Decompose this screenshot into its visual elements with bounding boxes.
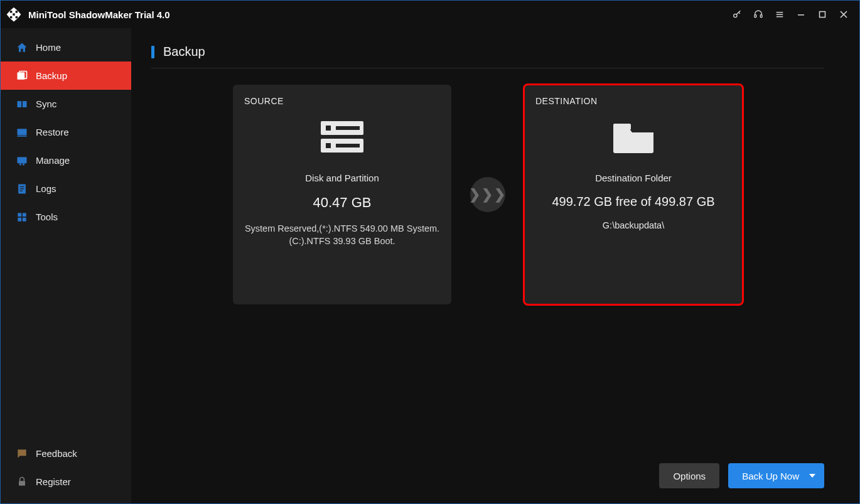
svg-rect-5 xyxy=(777,16,783,17)
source-card-title: SOURCE xyxy=(244,96,284,106)
sidebar-item-label: Backup xyxy=(36,70,67,81)
svg-rect-27 xyxy=(19,481,25,486)
svg-rect-4 xyxy=(777,14,783,14)
folder-icon xyxy=(608,117,658,158)
sidebar-item-register[interactable]: Register xyxy=(1,468,131,496)
content-area: Backup SOURCE Disk and Partition xyxy=(131,28,859,503)
svg-rect-1 xyxy=(755,15,756,18)
svg-rect-14 xyxy=(18,129,27,135)
svg-rect-6 xyxy=(798,14,804,16)
svg-point-18 xyxy=(23,163,24,165)
sidebar-item-label: Register xyxy=(36,476,71,487)
register-icon xyxy=(16,476,28,488)
svg-rect-32 xyxy=(336,126,360,130)
sidebar-item-manage[interactable]: Manage xyxy=(1,146,131,174)
svg-rect-26 xyxy=(23,217,26,221)
svg-rect-12 xyxy=(18,101,22,107)
source-label: Disk and Partition xyxy=(305,173,379,183)
sidebar-item-feedback[interactable]: Feedback xyxy=(1,439,131,468)
source-card[interactable]: SOURCE Disk and Partition 40.47 GB Syste… xyxy=(233,85,451,304)
key-icon[interactable] xyxy=(726,5,748,24)
footer: Options Back Up Now xyxy=(151,451,824,488)
sidebar-item-restore[interactable]: Restore xyxy=(1,118,131,146)
source-detail: System Reserved,(*:).NTFS 549.00 MB Syst… xyxy=(245,222,439,248)
sidebar-item-logs[interactable]: Logs xyxy=(1,174,131,203)
svg-rect-15 xyxy=(18,136,27,137)
options-button[interactable]: Options xyxy=(659,463,719,488)
svg-rect-33 xyxy=(336,144,360,147)
svg-rect-25 xyxy=(18,217,21,221)
sidebar-item-label: Home xyxy=(36,42,61,53)
destination-card[interactable]: DESTINATION Destination Folder 499.72 GB… xyxy=(524,85,743,304)
svg-rect-13 xyxy=(23,101,27,107)
svg-point-17 xyxy=(19,163,21,165)
source-size: 40.47 GB xyxy=(313,195,372,211)
svg-rect-24 xyxy=(23,213,26,217)
sidebar-item-label: Restore xyxy=(36,127,69,137)
sidebar-item-tools[interactable]: Tools xyxy=(1,203,131,231)
close-button[interactable] xyxy=(833,5,854,24)
heading-accent xyxy=(151,46,154,58)
title-bar: MiniTool ShadowMaker Trial 4.0 xyxy=(1,1,859,28)
menu-icon[interactable] xyxy=(769,5,790,24)
destination-label: Destination Folder xyxy=(595,173,672,183)
destination-path: G:\backupdata\ xyxy=(603,220,664,230)
sidebar-item-label: Manage xyxy=(36,155,70,166)
sidebar-item-sync[interactable]: Sync xyxy=(1,90,131,118)
maximize-button[interactable] xyxy=(812,5,833,24)
svg-rect-7 xyxy=(820,12,825,18)
destination-card-title: DESTINATION xyxy=(535,96,598,106)
svg-rect-22 xyxy=(20,190,23,191)
page-title: Backup xyxy=(163,45,205,59)
svg-rect-3 xyxy=(777,12,783,13)
sidebar-item-backup[interactable]: Backup xyxy=(1,62,131,90)
sync-icon xyxy=(16,98,28,110)
backup-now-button[interactable]: Back Up Now xyxy=(728,463,824,488)
svg-rect-31 xyxy=(326,143,331,148)
sidebar-item-label: Feedback xyxy=(36,448,77,459)
tools-icon xyxy=(16,211,28,223)
sidebar-item-label: Tools xyxy=(36,212,58,222)
app-title: MiniTool ShadowMaker Trial 4.0 xyxy=(28,9,170,20)
sidebar-item-home[interactable]: Home xyxy=(1,33,131,62)
svg-rect-16 xyxy=(18,157,27,163)
svg-rect-30 xyxy=(326,126,331,131)
restore-icon xyxy=(16,126,28,139)
svg-rect-21 xyxy=(20,188,24,189)
sidebar-item-label: Sync xyxy=(36,99,56,109)
manage-icon xyxy=(16,154,28,167)
disk-icon xyxy=(317,117,367,158)
headset-icon[interactable] xyxy=(748,5,769,24)
home-icon xyxy=(16,41,28,54)
arrow-icon: ❯❯❯ xyxy=(470,177,505,212)
svg-rect-2 xyxy=(760,15,762,18)
logs-icon xyxy=(16,183,28,195)
backup-now-button-label: Back Up Now xyxy=(742,471,799,481)
feedback-icon xyxy=(16,448,28,460)
app-logo-icon xyxy=(4,5,23,24)
options-button-label: Options xyxy=(673,471,706,481)
minimize-button[interactable] xyxy=(790,5,812,24)
sidebar-item-label: Logs xyxy=(36,183,56,194)
backup-icon xyxy=(16,70,28,82)
page-heading: Backup xyxy=(151,45,824,68)
sidebar: Home Backup Sync Restore Manage xyxy=(1,28,131,503)
svg-rect-34 xyxy=(613,124,631,130)
svg-rect-20 xyxy=(20,186,24,186)
svg-rect-23 xyxy=(18,213,21,217)
destination-free: 499.72 GB free of 499.87 GB xyxy=(552,195,714,209)
